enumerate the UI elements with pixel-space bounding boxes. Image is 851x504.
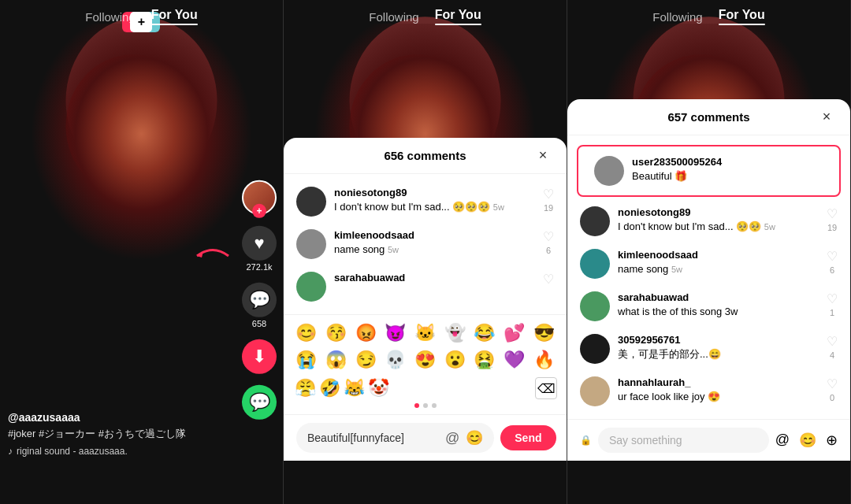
panels-container: Following For You + ♥ 272.1k 💬 658 ⬇ 💬 (0, 0, 851, 504)
emoji-item[interactable]: 💕 (501, 321, 528, 345)
comment-panel-3: 657 comments × user283500095264 Beautifu… (567, 99, 850, 461)
emoji-item[interactable]: 😎 (530, 321, 557, 345)
emoji-item[interactable]: 😤 (293, 376, 318, 400)
emoji-item[interactable]: 🤮 (471, 348, 498, 372)
send-button[interactable]: Send (500, 425, 556, 450)
comment-header-3: 657 comments × (567, 99, 850, 135)
comment-username: kimleenoodsaad (334, 229, 535, 241)
comment-close-2[interactable]: × (532, 145, 554, 167)
avatar-c2 (580, 249, 610, 279)
like-heart-icon: ♡ (827, 206, 838, 221)
follow-badge[interactable]: + (252, 204, 266, 218)
emoji-item[interactable]: 🐱 (412, 321, 439, 345)
like-count-1: 19 (544, 203, 553, 213)
comment-input-wrap: @ 😊 (296, 423, 494, 453)
emoji-item[interactable]: 😭 (293, 348, 320, 372)
input-icons: @ 😊 (445, 429, 483, 447)
comment-item: 30592956761 美，可是手的部分...😄 ♡ 4 (567, 328, 850, 370)
mention-icon[interactable]: @ (445, 430, 459, 447)
comment-input-2[interactable] (307, 432, 445, 444)
emoji-item[interactable]: 🔥 (530, 348, 557, 372)
comment-close-3[interactable]: × (816, 106, 838, 128)
nav-bar-2: Following For You (284, 0, 567, 33)
avatar-c3 (580, 291, 610, 321)
music-note-icon: ♪ (8, 446, 13, 457)
emoji-icon[interactable]: 😊 (799, 432, 816, 449)
cc5: hannahlaurah_ ur face look like joy 😍 (618, 376, 819, 404)
comment-header-2: 656 comments × (284, 138, 567, 174)
emoji-item[interactable]: 😊 (293, 321, 320, 345)
emoji-item[interactable]: 😹 (342, 376, 366, 400)
comment-count: 658 (252, 319, 266, 328)
emoji-item[interactable]: 😱 (323, 348, 350, 372)
dot-2 (423, 403, 428, 408)
emoji-item[interactable]: 😈 (382, 321, 409, 345)
lc2: 6 (830, 265, 834, 275)
emoji-item[interactable]: 🤡 (366, 376, 391, 400)
nav-foryou-1[interactable]: For You (151, 8, 198, 25)
at-icon[interactable]: @ (775, 432, 790, 449)
emoji-grid: 😊 😚 😡 😈 🐱 👻 😂 💕 😎 😭 😱 😏 💀 😍 😮 🤮 (293, 321, 557, 372)
nav-bar-1: Following For You (0, 0, 283, 33)
nav-foryou-2[interactable]: For You (435, 8, 481, 25)
emoji-toggle-icon[interactable]: 😊 (466, 429, 483, 447)
nav-following-2[interactable]: Following (369, 10, 418, 24)
face-overlay (0, 24, 283, 417)
nav-following-3[interactable]: Following (652, 10, 702, 24)
cu2: kimleenoodsaad (618, 249, 819, 261)
highlighted-username: user283500095264 (632, 156, 823, 168)
emoji-item[interactable]: 👻 (441, 321, 468, 345)
comment-username: sarahabuawad (334, 272, 535, 284)
emoji-item[interactable]: 😏 (352, 348, 379, 372)
emoji-item[interactable]: 🤣 (318, 376, 342, 400)
comment-like-1[interactable]: ♡ 19 (543, 187, 554, 213)
comment-text: name song 5w (334, 243, 535, 257)
emoji-item[interactable]: 😂 (471, 321, 498, 345)
emoji-item[interactable]: 😡 (352, 321, 379, 345)
cu4: 30592956761 (618, 334, 819, 346)
download-button[interactable]: ⬇ (242, 339, 277, 374)
avatar-highlighted (594, 156, 624, 186)
music-text: riginal sound - aaazusaaa. (17, 446, 128, 457)
ct5: ur face look like joy 😍 (618, 390, 819, 404)
nav-foryou-3[interactable]: For You (719, 8, 765, 25)
lock-icon: 🔒 (580, 435, 592, 446)
lc3: 1 (830, 308, 834, 317)
highlighted-comment: user283500095264 Beautiful 🎁 (577, 145, 841, 197)
nav-following-1[interactable]: Following (85, 10, 135, 24)
heart-icon: ♥ (242, 226, 277, 261)
like-heart-icon: ♡ (827, 334, 838, 349)
emoji-item[interactable]: 💀 (382, 348, 409, 372)
cl5[interactable]: ♡ 0 (827, 376, 838, 402)
emoji-item[interactable]: 😚 (323, 321, 350, 345)
comment-icon: 💬 (242, 283, 277, 317)
action-buttons: + ♥ 272.1k 💬 658 ⬇ 💬 (242, 180, 277, 420)
comment-username: noniesotong89 (334, 187, 535, 198)
say-something-placeholder: Say something (609, 434, 758, 447)
lc4: 4 (830, 350, 834, 360)
share-button[interactable]: 💬 (242, 385, 277, 420)
download-icon: ⬇ (242, 339, 277, 374)
creator-avatar[interactable]: + (242, 180, 277, 215)
panel-3: Following For You 657 comments × user283… (567, 0, 851, 504)
lc5: 0 (830, 393, 834, 402)
comment-content-3: sarahabuawad (334, 272, 535, 285)
like-button[interactable]: ♥ 272.1k (242, 226, 277, 272)
cl3[interactable]: ♡ 1 (827, 291, 838, 317)
emoji-item[interactable]: 😮 (441, 348, 468, 372)
comment-title-3: 657 comments (667, 110, 749, 124)
emoji-item[interactable]: 💜 (501, 348, 528, 372)
extra-icon[interactable]: ⊕ (826, 432, 838, 449)
cl4[interactable]: ♡ 4 (827, 334, 838, 360)
comment-button[interactable]: 💬 658 (242, 283, 277, 328)
cl1[interactable]: ♡ 19 (827, 206, 838, 232)
emoji-delete-button[interactable]: ⌫ (535, 377, 557, 399)
cu5: hannahlaurah_ (618, 376, 819, 388)
comment-item: sarahabuawad ♡ (284, 265, 567, 308)
comment-like-3[interactable]: ♡ (543, 272, 554, 287)
like-count: 272.1k (246, 262, 272, 272)
comment-like-2[interactable]: ♡ 6 (543, 229, 554, 255)
like-heart-icon: ♡ (543, 187, 554, 202)
emoji-item[interactable]: 😍 (412, 348, 439, 372)
cl2[interactable]: ♡ 6 (827, 249, 838, 275)
